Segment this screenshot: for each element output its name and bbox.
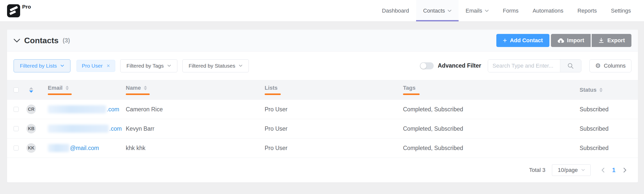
- nav-automations[interactable]: Automations: [526, 0, 570, 21]
- applied-filter-tag[interactable]: Pro User ×: [76, 60, 115, 72]
- column-header-email[interactable]: Email: [44, 85, 122, 95]
- advanced-filter-toggle[interactable]: [420, 62, 434, 69]
- redacted-email: [48, 105, 106, 113]
- brand: Pro: [7, 0, 31, 21]
- nav-dashboard[interactable]: Dashboard: [375, 0, 416, 21]
- filter-by-tags-dropdown[interactable]: Filtered by Tags: [120, 59, 177, 72]
- contacts-card: Contacts (3) + Add Contact Import Export: [7, 30, 638, 182]
- row-checkbox[interactable]: [14, 107, 19, 112]
- nav-forms[interactable]: Forms: [496, 0, 526, 21]
- chevron-down-icon: [485, 10, 489, 12]
- avatar: KK: [26, 143, 36, 153]
- next-page-button[interactable]: [619, 168, 630, 173]
- chevron-left-icon: [601, 168, 605, 173]
- advanced-filter-label: Advanced Filter: [438, 62, 481, 69]
- filter-group: Filtered by Lists Pro User × Filtered by…: [14, 59, 249, 72]
- collapse-chevron-icon[interactable]: [14, 39, 20, 42]
- top-navigation-bar: Pro Dashboard Contacts Emails Forms Auto…: [0, 0, 644, 22]
- sort-desc-icon: [144, 88, 147, 90]
- status-cell: Subscribed: [576, 145, 631, 152]
- toggle-knob: [420, 63, 426, 69]
- redacted-email: [48, 144, 69, 152]
- column-accent-bar: [403, 93, 420, 95]
- table-row[interactable]: KB .com Kevyn Barr Pro User Completed, S…: [7, 119, 638, 138]
- table-header-row: Email Name Lists Tags: [7, 80, 638, 100]
- columns-button[interactable]: ⚙ Columns: [589, 59, 631, 72]
- name-cell: Kevyn Barr: [122, 125, 261, 132]
- lists-cell: Pro User: [261, 106, 399, 113]
- close-icon[interactable]: ×: [107, 63, 110, 69]
- tags-cell: Completed, Subscribed: [399, 125, 576, 132]
- search-icon: [567, 63, 574, 69]
- name-sort-control[interactable]: [144, 86, 147, 90]
- nav-settings[interactable]: Settings: [604, 0, 638, 21]
- search-box: [488, 59, 581, 72]
- filter-by-lists-dropdown[interactable]: Filtered by Lists: [14, 59, 70, 72]
- column-header-status[interactable]: Status: [576, 87, 631, 93]
- add-contact-button[interactable]: + Add Contact: [496, 34, 549, 47]
- email-sort-control[interactable]: [65, 86, 69, 90]
- contacts-page: Contacts (3) + Add Contact Import Export: [0, 22, 644, 182]
- status-sort-control[interactable]: [599, 88, 603, 92]
- table-row[interactable]: KK @mail.com khk khk Pro User Completed,…: [7, 138, 638, 158]
- chevron-down-icon: [167, 65, 171, 67]
- email-cell[interactable]: .com: [44, 125, 122, 133]
- import-button[interactable]: Import: [551, 34, 591, 47]
- status-cell: Subscribed: [576, 125, 631, 132]
- page-number-current[interactable]: 1: [608, 167, 619, 174]
- search-submit[interactable]: [560, 60, 581, 72]
- sort-desc-icon: [29, 90, 33, 93]
- search-tools: Advanced Filter ⚙ Columns: [420, 59, 631, 72]
- email-cell[interactable]: @mail.com: [44, 144, 122, 152]
- prev-page-button[interactable]: [597, 168, 608, 173]
- download-icon: [598, 37, 604, 43]
- column-accent-bar: [48, 93, 72, 95]
- card-header: Contacts (3) + Add Contact Import Export: [7, 30, 638, 52]
- email-cell[interactable]: .com: [44, 105, 122, 113]
- sort-asc-icon: [65, 86, 69, 87]
- title-wrap: Contacts (3): [14, 36, 70, 45]
- filter-bar: Filtered by Lists Pro User × Filtered by…: [7, 52, 638, 80]
- cloud-upload-icon: [557, 38, 564, 43]
- status-cell: Subscribed: [576, 106, 631, 113]
- table-row[interactable]: CR .com Cameron Rice Pro User Completed,…: [7, 100, 638, 119]
- lists-cell: Pro User: [261, 125, 399, 132]
- sort-asc-icon: [29, 87, 33, 89]
- select-all-checkbox[interactable]: [14, 87, 19, 92]
- nav-contacts[interactable]: Contacts: [416, 0, 459, 21]
- tags-cell: Completed, Subscribed: [399, 145, 576, 152]
- page-title: Contacts: [24, 36, 59, 45]
- chevron-down-icon: [448, 10, 452, 12]
- filter-by-statuses-dropdown[interactable]: Filtered by Statuses: [182, 59, 249, 72]
- name-cell: khk khk: [122, 145, 261, 152]
- avatar: KB: [26, 124, 36, 133]
- sort-desc-icon: [599, 90, 603, 92]
- header-actions: + Add Contact Import Export: [496, 34, 631, 47]
- pagination: 1: [597, 167, 630, 174]
- sort-asc-icon: [144, 86, 147, 87]
- column-accent-bar: [126, 93, 150, 95]
- sort-desc-icon: [65, 88, 69, 90]
- nav-reports[interactable]: Reports: [570, 0, 604, 21]
- row-checkbox[interactable]: [14, 126, 19, 131]
- name-cell: Cameron Rice: [122, 106, 261, 113]
- chevron-down-icon: [239, 65, 243, 67]
- column-accent-bar: [265, 93, 281, 95]
- main-nav: Dashboard Contacts Emails Forms Automati…: [375, 0, 644, 21]
- contacts-count: (3): [63, 37, 70, 44]
- redacted-email: [48, 125, 109, 133]
- column-header-name[interactable]: Name: [122, 85, 261, 95]
- export-button[interactable]: Export: [592, 34, 631, 47]
- avatar: CR: [26, 105, 36, 114]
- tags-cell: Completed, Subscribed: [399, 106, 576, 113]
- row-checkbox[interactable]: [14, 146, 19, 151]
- id-sort-control[interactable]: [29, 87, 33, 93]
- nav-emails[interactable]: Emails: [459, 0, 496, 21]
- total-count-label: Total 3: [529, 167, 545, 173]
- search-input[interactable]: [488, 60, 560, 72]
- column-header-tags[interactable]: Tags: [399, 85, 576, 95]
- pro-badge: Pro: [22, 4, 31, 10]
- lists-cell: Pro User: [261, 145, 399, 152]
- page-size-select[interactable]: 10/page: [552, 164, 591, 176]
- column-header-lists[interactable]: Lists: [261, 85, 399, 95]
